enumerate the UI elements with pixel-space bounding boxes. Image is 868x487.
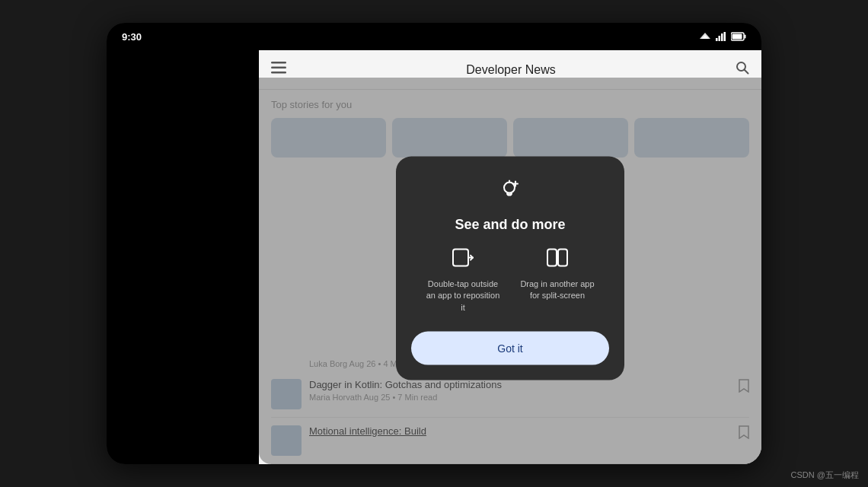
svg-line-13: [744, 70, 748, 74]
double-tap-icon: [452, 248, 474, 272]
svg-rect-4: [721, 33, 723, 41]
dialog-title: See and do more: [455, 217, 565, 233]
svg-rect-10: [271, 67, 286, 69]
feature-2-label: Drag in another app for split-screen: [519, 279, 595, 302]
menu-icon[interactable]: [271, 62, 286, 78]
svg-rect-22: [558, 250, 567, 266]
status-icons: [699, 31, 746, 42]
dialog-features: Double-tap outside an app to reposition …: [411, 248, 609, 314]
svg-rect-5: [724, 32, 726, 41]
left-panel: [107, 50, 259, 464]
svg-rect-2: [716, 38, 718, 41]
svg-rect-11: [271, 72, 286, 74]
svg-rect-7: [732, 34, 742, 40]
feature-1-label: Double-tap outside an app to reposition …: [425, 279, 501, 314]
status-bar: 9:30: [107, 23, 761, 50]
search-icon[interactable]: [736, 61, 749, 78]
signal-icon: [716, 32, 726, 41]
svg-rect-21: [547, 250, 557, 266]
dialog-icon-area: [498, 178, 522, 208]
split-screen-icon: [547, 248, 568, 272]
status-time: 9:30: [122, 31, 142, 43]
dialog-feature-2: Drag in another app for split-screen: [519, 248, 595, 314]
svg-rect-9: [271, 62, 286, 64]
app-title: Developer News: [466, 63, 555, 77]
tablet-frame: 9:30: [107, 23, 761, 464]
battery-icon: [731, 32, 746, 41]
dialog: See and do more Double-tap outside an ap…: [396, 157, 624, 380]
svg-rect-19: [453, 250, 468, 266]
dialog-feature-1: Double-tap outside an app to reposition …: [425, 248, 501, 314]
app-area: Developer News Top stories for you Luka …: [259, 50, 761, 464]
svg-rect-3: [719, 36, 721, 41]
watermark: CSDN @五一编程: [791, 469, 859, 481]
got-it-button[interactable]: Got it: [411, 332, 609, 365]
svg-rect-8: [745, 35, 746, 39]
wifi-icon: [699, 31, 711, 42]
